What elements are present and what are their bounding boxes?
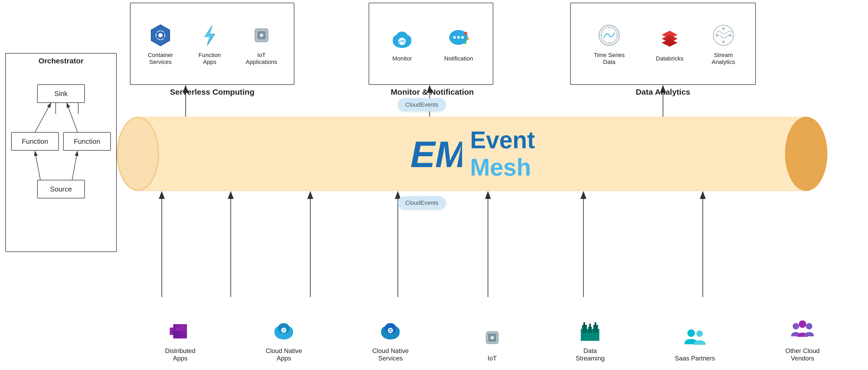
function1-node: Function [11, 132, 59, 151]
svg-text:EM: EM [410, 133, 462, 175]
monitor-section-box: Monitor Notification [369, 3, 493, 85]
svg-point-42 [453, 36, 456, 39]
analytics-label-section: Data Analytics [562, 88, 764, 97]
svg-point-65 [118, 118, 158, 190]
data-streaming-icon [577, 317, 603, 343]
monitor-label-section: Monitor & Notification [358, 88, 506, 97]
cloud-native-services-label: Cloud NativeServices [372, 347, 409, 362]
cloud-native-services-item: Cloud NativeServices [372, 317, 409, 362]
svg-rect-93 [392, 330, 393, 331]
svg-point-45 [464, 32, 467, 35]
distributed-apps-item: DistributedApps [165, 317, 195, 362]
iot-label: IoT [488, 354, 497, 362]
cloudevents-bubble-bottom: CloudEvents [398, 196, 446, 210]
svg-rect-72 [180, 324, 187, 332]
databricks-item: Databricks [656, 26, 683, 62]
cloud-native-apps-label: Cloud NativeApps [266, 347, 302, 362]
iot-item: IoT [479, 325, 505, 362]
saas-partners-item: Saas Partners [675, 325, 715, 362]
cloudevents-bubble-top: CloudEvents [398, 98, 446, 112]
svg-point-59 [715, 34, 718, 37]
notification-item: Notification [444, 26, 473, 62]
orchestrator-title: Orchestrator [6, 54, 116, 68]
function-apps-icon [196, 22, 223, 49]
svg-point-33 [260, 34, 262, 36]
other-cloud-vendors-item: Other CloudVendors [785, 317, 819, 362]
svg-rect-103 [589, 323, 591, 328]
em-logo-icon: EM [409, 133, 462, 175]
svg-point-109 [806, 323, 812, 330]
svg-point-107 [793, 323, 799, 330]
time-series-icon [596, 22, 622, 49]
svg-rect-100 [588, 327, 592, 333]
monitor-icon [389, 26, 415, 52]
stream-analytics-label: StreamAnalytics [712, 52, 735, 65]
analytics-section-box: Time Series Data Databricks [570, 3, 756, 85]
monitor-item: Monitor [389, 26, 415, 62]
mesh-text: Mesh [470, 154, 535, 181]
iot-applications-item: IoTApplications [246, 22, 277, 65]
time-series-item: Time Series Data [589, 22, 629, 65]
data-streaming-item: DataStreaming [576, 317, 604, 362]
container-services-item: ContainerServices [147, 22, 174, 65]
databricks-icon [656, 26, 683, 52]
event-text: Event [470, 126, 535, 154]
function2-node: Function [63, 132, 111, 151]
orchestrator-inner: Sink Function Function Source [6, 68, 116, 250]
stream-analytics-icon [710, 22, 737, 49]
saas-partners-icon [682, 325, 708, 351]
svg-point-61 [722, 40, 725, 43]
cloud-native-services-icon [377, 317, 404, 343]
notification-label: Notification [444, 55, 473, 62]
svg-line-20 [35, 103, 51, 132]
svg-line-22 [35, 151, 40, 180]
svg-point-105 [687, 330, 695, 337]
svg-line-21 [67, 103, 78, 132]
distributed-apps-icon [167, 317, 194, 343]
sink-node: Sink [37, 84, 85, 103]
function-apps-item: FunctionApps [196, 22, 223, 65]
svg-point-97 [491, 337, 493, 339]
svg-rect-74 [180, 331, 187, 338]
cloud-native-apps-item: Cloud NativeApps [266, 317, 302, 362]
svg-rect-73 [173, 331, 181, 338]
saas-partners-label: Saas Partners [675, 354, 715, 362]
time-series-label: Time Series Data [589, 52, 629, 65]
svg-point-46 [466, 37, 469, 40]
svg-point-26 [158, 33, 162, 37]
iot-icon [479, 325, 505, 351]
bottom-items-row: DistributedApps Cloud NativeApps [130, 317, 855, 362]
function-apps-label: FunctionApps [198, 52, 221, 65]
stream-analytics-item: StreamAnalytics [710, 22, 737, 65]
other-cloud-vendors-label: Other CloudVendors [785, 347, 819, 362]
svg-point-58 [722, 27, 725, 30]
svg-point-44 [461, 36, 464, 39]
notification-icon [445, 26, 472, 52]
svg-point-106 [696, 331, 703, 337]
container-services-icon [147, 22, 174, 49]
diagram-container: Orchestrator Sink Function Function Sour… [0, 0, 868, 370]
databricks-label: Databricks [656, 55, 683, 62]
orchestrator-box: Orchestrator Sink Function Function Sour… [5, 53, 117, 252]
svg-rect-90 [390, 328, 391, 329]
iot-applications-label: IoTApplications [246, 52, 277, 65]
serverless-section-box: ContainerServices Functio [130, 3, 294, 85]
svg-rect-91 [390, 332, 391, 333]
svg-point-47 [464, 41, 466, 44]
container-services-label: ContainerServices [148, 52, 173, 65]
svg-point-60 [729, 34, 732, 37]
cloud-native-apps-icon [271, 317, 297, 343]
data-streaming-label: DataStreaming [576, 347, 604, 362]
svg-point-108 [799, 320, 806, 328]
eventmesh-cylinder: EM Event Mesh [117, 117, 828, 191]
svg-rect-92 [388, 330, 389, 331]
svg-point-64 [785, 117, 828, 191]
other-cloud-vendors-icon [789, 317, 816, 343]
svg-line-23 [72, 151, 78, 180]
svg-rect-102 [584, 322, 585, 326]
serverless-label: Serverless Computing [130, 88, 294, 97]
svg-point-43 [457, 36, 460, 39]
monitor-label: Monitor [393, 55, 412, 62]
svg-rect-104 [595, 322, 596, 326]
source-node: Source [37, 180, 85, 198]
